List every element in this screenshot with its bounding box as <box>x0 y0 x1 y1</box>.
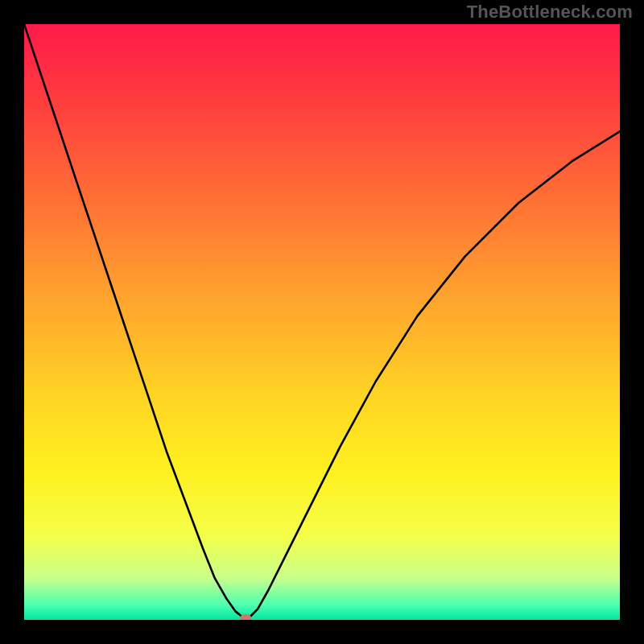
plot-frame <box>24 24 620 620</box>
plot-area <box>24 24 620 620</box>
figure-root: TheBottleneck.com <box>0 0 644 644</box>
watermark-text: TheBottleneck.com <box>467 2 633 23</box>
plot-background <box>24 24 620 620</box>
